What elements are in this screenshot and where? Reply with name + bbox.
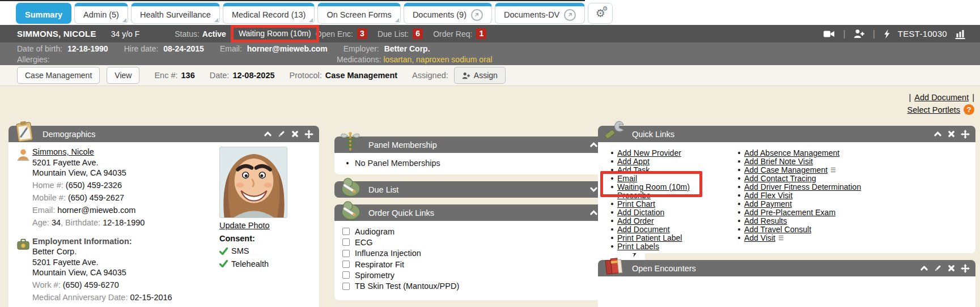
order-checkbox[interactable] <box>342 228 350 235</box>
add-document-link[interactable]: Add Document <box>914 93 969 102</box>
collapse-icon[interactable] <box>920 264 928 272</box>
work-phone: (650) 459-6270 <box>63 280 119 289</box>
flowsheet-chart-icon[interactable] <box>955 29 965 39</box>
collapse-icon[interactable] <box>264 130 272 138</box>
tab-documents[interactable]: Documents (9) <box>404 3 492 24</box>
tab-on-screen-forms[interactable]: On Screen Forms <box>317 3 400 24</box>
quick-link[interactable]: Add Travel Consult <box>744 225 811 234</box>
quick-link[interactable]: Add Absence Management <box>744 149 839 157</box>
view-button[interactable]: View <box>107 67 139 84</box>
quick-link-item: •Add Results <box>734 217 861 225</box>
quick-link[interactable]: Print Chart <box>617 200 655 208</box>
quick-link-item: •Print Labels <box>607 242 734 251</box>
quick-link[interactable]: Add Task <box>617 166 650 174</box>
quick-link[interactable]: Email <box>617 174 637 183</box>
quick-link[interactable]: Add Payment <box>744 200 792 208</box>
order-checkbox[interactable] <box>342 238 350 246</box>
quick-link-item: •Prescribe <box>607 191 734 200</box>
list-options-icon[interactable]: ☰ <box>778 234 784 242</box>
case-management-button[interactable]: Case Management <box>17 67 100 84</box>
employer-label: Employer: <box>343 44 379 53</box>
open-in-new-window-icon[interactable] <box>564 9 576 21</box>
tab-admin[interactable]: Admin (5) <box>74 3 128 24</box>
order-checkbox[interactable] <box>342 283 350 290</box>
quick-link-item: •Add Flex Visit <box>734 191 861 200</box>
quick-link[interactable]: Add Dictation <box>617 208 664 217</box>
close-icon[interactable] <box>947 264 956 272</box>
quick-link[interactable]: Add Case Management <box>744 166 828 174</box>
close-icon[interactable] <box>947 130 956 138</box>
collapse-icon[interactable] <box>934 130 942 138</box>
close-icon[interactable] <box>291 130 299 138</box>
tab-settings-button[interactable]: ⚙⚙ <box>588 3 613 24</box>
tab-medical-record[interactable]: Medical Record (13) <box>223 3 315 24</box>
collapse-icon[interactable] <box>589 140 598 149</box>
quick-link[interactable]: Print Patient Label <box>617 234 682 242</box>
quick-link[interactable]: Add Appt <box>617 157 650 166</box>
quick-link[interactable]: Add Contact Tracing <box>744 174 816 183</box>
email-label: Email: <box>220 44 242 53</box>
move-icon[interactable] <box>304 130 313 139</box>
expand-icon[interactable] <box>589 185 598 194</box>
waiting-room-status[interactable]: Waiting Room (10m) <box>239 29 311 38</box>
tab-health-surveillance[interactable]: Health Surveillance <box>131 3 220 24</box>
quick-action-lightning-icon[interactable] <box>883 29 890 39</box>
quick-link[interactable]: Add Driver Fitness Determination <box>744 183 861 191</box>
quick-link[interactable]: Print Labels <box>617 242 659 251</box>
order-req-count-badge[interactable]: 1 <box>476 28 486 39</box>
caduceus-icon <box>338 130 362 154</box>
quick-link-item: •Add Dictation <box>607 208 734 217</box>
portlet-title: Panel Membership <box>368 140 437 150</box>
quick-link[interactable]: Add Brief Note Visit <box>744 157 813 166</box>
dob-label: Date of birth: <box>17 44 62 53</box>
quick-link-item: •Add Payment <box>734 200 861 208</box>
quick-link[interactable]: Add Flex Visit <box>744 191 792 200</box>
medical-anniversary-date: 02-15-2016 <box>130 293 172 302</box>
quick-link[interactable]: Add Results <box>744 217 787 225</box>
window-top-border <box>0 0 585 1</box>
order-checkbox[interactable] <box>342 261 350 268</box>
quick-link[interactable]: Add Pre-Placement Exam <box>744 208 835 217</box>
order-label: TB Skin Test (Mantoux/PPD) <box>355 282 459 291</box>
quick-link-item: •Add Document <box>607 225 734 234</box>
wrench-icon <box>602 120 626 143</box>
add-person-icon[interactable] <box>854 29 865 39</box>
assign-button[interactable]: Assign <box>454 67 506 84</box>
help-icon[interactable] <box>964 104 974 115</box>
order-checkbox[interactable] <box>342 250 350 257</box>
patient-name-link[interactable]: Simmons, Nicole <box>32 147 94 156</box>
edit-pencil-icon[interactable] <box>277 130 286 138</box>
medication-link[interactable]: naproxen sodium oral <box>416 55 493 64</box>
quick-link-item: •Add Driver Fitness Determination <box>734 183 861 191</box>
collapse-icon[interactable] <box>589 208 598 217</box>
list-options-icon[interactable]: ☰ <box>830 166 836 174</box>
quick-link-item: •Add Order <box>607 217 734 225</box>
tab-documents-dv[interactable]: Documents-DV <box>495 3 585 24</box>
edit-pencil-icon[interactable] <box>934 264 942 272</box>
move-icon[interactable] <box>961 264 970 273</box>
protocol-label: Protocol: <box>290 71 322 80</box>
quick-link[interactable]: Add Document <box>617 225 670 234</box>
age-value: 34 <box>52 218 61 227</box>
due-list-count-badge[interactable]: 6 <box>413 28 423 39</box>
select-portlets-link[interactable]: Select Portlets <box>907 105 961 114</box>
quick-link[interactable]: Add Order <box>617 217 654 225</box>
open-in-new-window-icon[interactable] <box>471 9 483 21</box>
move-icon[interactable] <box>961 130 970 139</box>
hire-date-value: 08-24-2015 <box>163 44 204 53</box>
order-checkbox[interactable] <box>342 271 350 279</box>
open-enc-count-badge[interactable]: 3 <box>357 28 367 39</box>
quick-link[interactable]: Add New Provider <box>617 149 681 157</box>
quick-link-waiting-room[interactable]: Waiting Room (10m) <box>617 183 690 191</box>
due-list-label: Due List: <box>377 29 409 39</box>
quick-link[interactable]: Prescribe <box>617 191 651 200</box>
tab-summary[interactable]: Summary <box>16 3 71 24</box>
medication-link[interactable]: losartan <box>383 55 411 64</box>
mobile-phone: (650) 459-2627 <box>68 193 124 202</box>
status-value: Active <box>202 29 226 39</box>
portlet-title: Quick Links <box>632 130 674 139</box>
quick-link[interactable]: Add Visit <box>744 234 775 242</box>
update-photo-link[interactable]: Update Photo <box>219 220 293 231</box>
birthdate-value: 12-18-1990 <box>103 218 145 227</box>
video-call-icon[interactable] <box>823 29 835 39</box>
